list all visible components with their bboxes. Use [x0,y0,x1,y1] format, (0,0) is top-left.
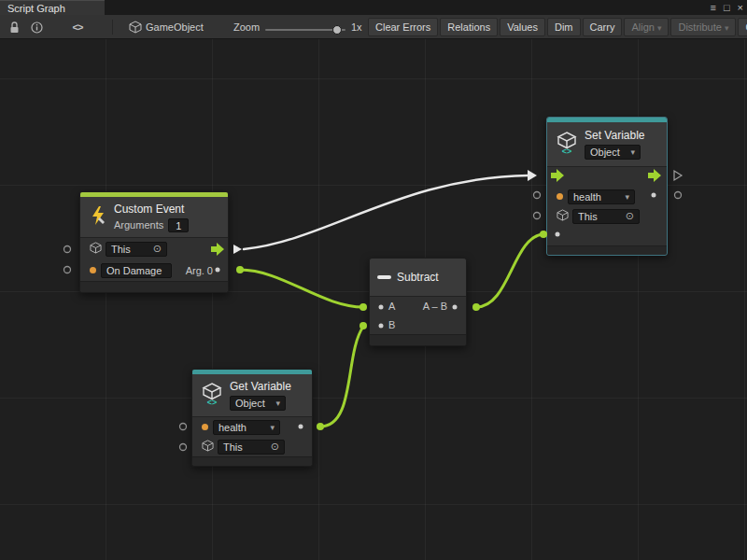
window-maximize-icon[interactable]: □ [724,2,730,13]
wire-subtract-to-setvariable[interactable] [476,234,543,307]
toolbar-separator [112,20,113,35]
values-button[interactable]: Values [500,18,545,36]
variable-kind-dropdown[interactable]: Object ▾ [230,396,286,411]
subtract-header: Subtract [370,259,466,297]
control-input-cap[interactable] [528,170,537,181]
node-title: Custom Event [114,203,189,216]
variable-name-value: health [218,422,247,433]
chevron-down-icon: ▾ [657,23,662,33]
button-label: Align [631,21,654,33]
variable-cube-icon: <> [555,131,579,159]
button-label: Values [507,21,538,33]
port-getvariable-out[interactable] [317,423,324,430]
set-variable-flow-row [547,167,667,187]
port-a-label: A [388,301,395,312]
chevron-down-icon: ▾ [625,192,629,202]
distribute-button[interactable]: Distribute▾ [670,18,736,36]
target-value: This [111,244,131,255]
button-label: Dim [555,21,573,33]
port-unconnected[interactable] [180,444,187,451]
port-unconnected[interactable] [534,213,541,219]
port-control-unconnected[interactable] [674,171,682,180]
arguments-count-field[interactable]: 1 [168,218,189,232]
arguments-label: Arguments [114,219,163,231]
carry-button[interactable]: Carry [583,18,623,36]
zoom-slider-handle[interactable] [332,25,342,35]
overview-button[interactable]: Overview [738,18,747,36]
gameobject-cube-icon [90,241,102,258]
variable-name-dropdown[interactable]: health ▾ [568,189,635,204]
target-picker-icon[interactable]: ⊙ [626,210,634,222]
window-close-icon[interactable]: × [738,2,743,13]
code-icon[interactable]: <> [69,20,86,35]
relations-button[interactable]: Relations [440,18,498,36]
zoom-value: 1x [351,21,362,33]
target-value: This [223,441,243,453]
gameobject-label[interactable]: GameObject [146,21,204,33]
lock-icon[interactable] [6,20,22,35]
target-dropdown[interactable]: This ⊙ [572,209,640,224]
port-unconnected[interactable] [180,424,187,430]
port-arg0-out[interactable] [236,266,244,273]
target-picker-icon[interactable]: ⊙ [153,243,162,255]
get-variable-target-row: This ⊙ [192,437,312,456]
window-controls: ≡ □ × [710,0,743,15]
node-get-variable[interactable]: <> Get Variable Object ▾ health ▾ [191,369,313,467]
target-dropdown[interactable]: This ⊙ [106,242,167,257]
target-dropdown[interactable]: This ⊙ [218,440,285,455]
chevron-down-icon: ▾ [270,423,275,432]
node-footer [192,456,312,466]
script-graph-window: Script Graph ≡ □ × <> GameObject Zoom 1x… [0,0,747,560]
event-name-field[interactable]: On Damage [101,263,172,278]
port-subtract-out[interactable] [472,303,480,311]
gameobject-cube-icon [202,439,214,455]
set-variable-target-row: This ⊙ [547,206,667,226]
node-footer [80,281,228,292]
port-unconnected[interactable] [534,192,541,199]
align-button[interactable]: Align▾ [624,18,669,36]
target-value: This [578,211,598,222]
port-unconnected[interactable] [675,192,682,199]
string-value-dot [557,193,563,200]
kind-value: Object [235,398,265,409]
zoom-slider[interactable] [265,29,345,31]
port-unconnected[interactable] [64,267,71,273]
variable-name-dropdown[interactable]: health ▾ [213,420,280,435]
graph-toolbar: <> GameObject Zoom 1x Clear Errors Relat… [0,15,747,39]
port-subtract-b-in[interactable] [359,322,367,329]
wire-control-flow[interactable] [244,175,529,249]
target-picker-icon[interactable]: ⊙ [271,441,279,453]
custom-event-header: Custom Event Arguments 1 [80,197,228,238]
graph-canvas[interactable]: Custom Event Arguments 1 This ⊙ [0,39,747,560]
node-set-variable[interactable]: <> Set Variable Object ▾ health ▾ [546,117,668,256]
port-unconnected[interactable] [64,246,71,253]
info-icon[interactable] [28,20,45,35]
node-footer [370,334,466,345]
lightning-icon [88,205,108,230]
tab-script-graph[interactable]: Script Graph [0,0,105,15]
control-output-cap[interactable] [233,245,242,254]
dim-button[interactable]: Dim [547,18,581,36]
node-custom-event[interactable]: Custom Event Arguments 1 This ⊙ [79,191,229,293]
variable-kind-dropdown[interactable]: Object ▾ [585,145,641,160]
get-variable-name-row: health ▾ [192,417,312,437]
wire-arg0-to-subtract-a[interactable] [240,270,363,307]
clear-errors-button[interactable]: Clear Errors [368,18,438,36]
chevron-down-icon: ▾ [725,23,729,33]
port-subtract-a-in[interactable] [359,303,367,311]
node-subtract[interactable]: Subtract A A – B B [369,258,467,346]
custom-event-name-row: On Damage Arg. 0 [80,259,228,281]
string-value-dot [90,267,96,273]
window-menu-icon[interactable]: ≡ [710,2,715,13]
button-label: Clear Errors [375,21,430,33]
gameobject-cube-icon [129,21,142,37]
minus-icon [377,275,391,279]
button-label: Distribute [678,21,721,33]
toolbar-buttons: Clear Errors Relations Values Dim Carry … [368,18,747,36]
wire-getvariable-to-subtract-b[interactable] [320,327,363,427]
string-value-dot [202,424,208,430]
get-variable-header: <> Get Variable Object ▾ [192,374,312,417]
chevron-down-icon: ▾ [630,147,635,157]
variable-cube-icon: <> [200,382,224,410]
svg-text:<>: <> [207,398,218,406]
